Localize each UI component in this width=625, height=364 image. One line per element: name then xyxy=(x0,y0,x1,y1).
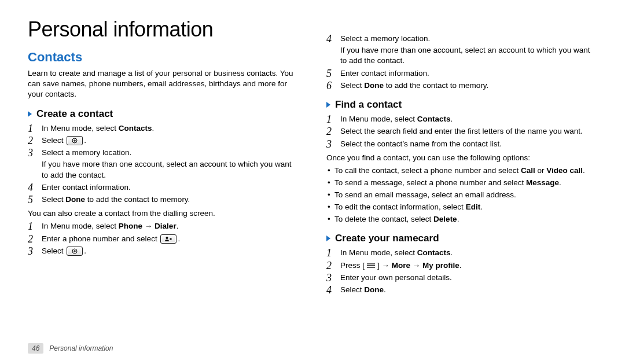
list-item: 2 Enter a phone number and select . xyxy=(28,234,299,244)
step-body: Select Done. xyxy=(340,285,597,295)
manual-page: Personal information Contacts Learn to c… xyxy=(0,0,625,364)
step-body: Select the search field and enter the fi… xyxy=(340,126,597,137)
alt-steps: 1 In Menu mode, select Phone → Dialer. 2… xyxy=(28,221,299,256)
sub-heading-label: Create a contact xyxy=(36,108,113,120)
step-number: 4 xyxy=(326,285,340,295)
left-column: Personal information Contacts Learn to c… xyxy=(28,17,299,330)
person-add-icon xyxy=(160,234,177,244)
step-number: 3 xyxy=(326,139,340,149)
footer-label: Personal information xyxy=(49,344,113,352)
step-body: Select Done to add the contact to memory… xyxy=(340,80,597,91)
step-number: 2 xyxy=(28,234,42,244)
list-item: 1 In Menu mode, select Phone → Dialer. xyxy=(28,221,299,231)
step-number: 5 xyxy=(326,68,340,79)
step-body: Press [] → More → My profile. xyxy=(340,260,597,271)
step-body: Select Done to add the contact to memory… xyxy=(42,194,299,205)
svg-point-3 xyxy=(166,237,168,239)
namecard-steps: 1 In Menu mode, select Contacts. 2 Press… xyxy=(326,248,597,295)
step-number: 5 xyxy=(28,194,42,205)
step-body: In Menu mode, select Contacts. xyxy=(340,114,597,124)
list-item: 4 Enter contact information. xyxy=(28,182,299,193)
list-item: 1 In Menu mode, select Contacts. xyxy=(326,248,597,258)
list-item: 1 In Menu mode, select Contacts. xyxy=(28,123,299,134)
find-steps: 1 In Menu mode, select Contacts. 2 Selec… xyxy=(326,114,597,149)
sub-create-contact: Create a contact xyxy=(28,108,299,120)
list-item: 5 Enter contact information. xyxy=(326,68,597,79)
step-number: 3 xyxy=(28,246,42,256)
list-item: 4 Select Done. xyxy=(326,285,597,295)
step-body: In Menu mode, select Contacts. xyxy=(42,123,299,134)
step-body: Select a memory location. If you have mo… xyxy=(42,148,299,181)
options-list: To call the contact, select a phone numb… xyxy=(326,166,597,225)
list-item: 2 Select . xyxy=(28,135,299,146)
step-body: In Menu mode, select Phone → Dialer. xyxy=(42,221,299,231)
list-item: 2 Select the search field and enter the … xyxy=(326,126,597,137)
right-column: 4 Select a memory location. If you have … xyxy=(326,17,597,330)
sub-heading-label: Find a contact xyxy=(335,99,402,111)
step-body: Select . xyxy=(42,135,299,146)
list-item: To send an email message, select an emai… xyxy=(326,190,597,201)
step-body: Enter your own personal details. xyxy=(340,273,597,283)
step-number: 4 xyxy=(28,182,42,193)
step-body: Select a memory location. If you have mo… xyxy=(340,34,597,67)
list-item: 5 Select Done to add the contact to memo… xyxy=(28,194,299,205)
section-heading-contacts: Contacts xyxy=(28,50,299,65)
step-body: Enter contact information. xyxy=(42,182,299,193)
page-title: Personal information xyxy=(28,17,299,42)
create-steps-continued: 4 Select a memory location. If you have … xyxy=(326,34,597,91)
page-number: 46 xyxy=(28,343,43,354)
chevron-right-icon xyxy=(326,102,330,108)
page-footer: 46 Personal information xyxy=(28,343,113,354)
step-number: 1 xyxy=(326,114,340,124)
step-body: Enter a phone number and select . xyxy=(42,234,299,244)
step-body: Select the contact’s name from the conta… xyxy=(340,139,597,149)
chevron-right-icon xyxy=(326,236,330,241)
list-item: 3 Select a memory location. If you have … xyxy=(28,148,299,181)
sub-create-namecard: Create your namecard xyxy=(326,233,597,244)
sub-heading-label: Create your namecard xyxy=(335,233,439,244)
list-item: To edit the contact information, select … xyxy=(326,202,597,213)
step-number: 1 xyxy=(28,123,42,134)
list-item: 1 In Menu mode, select Contacts. xyxy=(326,114,597,124)
step-number: 6 xyxy=(326,80,340,91)
options-intro: Once you find a contact, you can use the… xyxy=(326,153,597,163)
list-item: 4 Select a memory location. If you have … xyxy=(326,34,597,67)
chevron-right-icon xyxy=(28,111,32,117)
list-item: 3 Select . xyxy=(28,246,299,256)
step-body: Enter contact information. xyxy=(340,68,597,79)
add-contact-icon xyxy=(67,136,83,145)
list-item: 6 Select Done to add the contact to memo… xyxy=(326,80,597,91)
sub-find-contact: Find a contact xyxy=(326,99,597,111)
menu-key-icon xyxy=(366,262,376,269)
list-item: To send a message, select a phone number… xyxy=(326,178,597,189)
step-number: 3 xyxy=(326,273,340,283)
step-body: In Menu mode, select Contacts. xyxy=(340,248,597,258)
list-item: 2 Press [] → More → My profile. xyxy=(326,260,597,271)
step-number: 2 xyxy=(326,126,340,137)
list-item: To call the contact, select a phone numb… xyxy=(326,166,597,177)
list-item: 3 Select the contact’s name from the con… xyxy=(326,139,597,149)
contacts-intro: Learn to create and manage a list of you… xyxy=(28,68,299,100)
add-contact-icon xyxy=(67,247,83,256)
step-number: 3 xyxy=(28,148,42,158)
alt-intro: You can also create a contact from the d… xyxy=(28,208,299,219)
list-item: To delete the contact, select Delete. xyxy=(326,214,597,225)
step-number: 2 xyxy=(326,260,340,271)
create-steps: 1 In Menu mode, select Contacts. 2 Selec… xyxy=(28,123,299,205)
step-body: Select . xyxy=(42,246,299,256)
step-number: 4 xyxy=(326,34,340,44)
two-columns: Personal information Contacts Learn to c… xyxy=(28,17,597,330)
list-item: 3 Enter your own personal details. xyxy=(326,273,597,283)
step-number: 1 xyxy=(326,248,340,258)
step-number: 1 xyxy=(28,221,42,231)
step-number: 2 xyxy=(28,135,42,146)
